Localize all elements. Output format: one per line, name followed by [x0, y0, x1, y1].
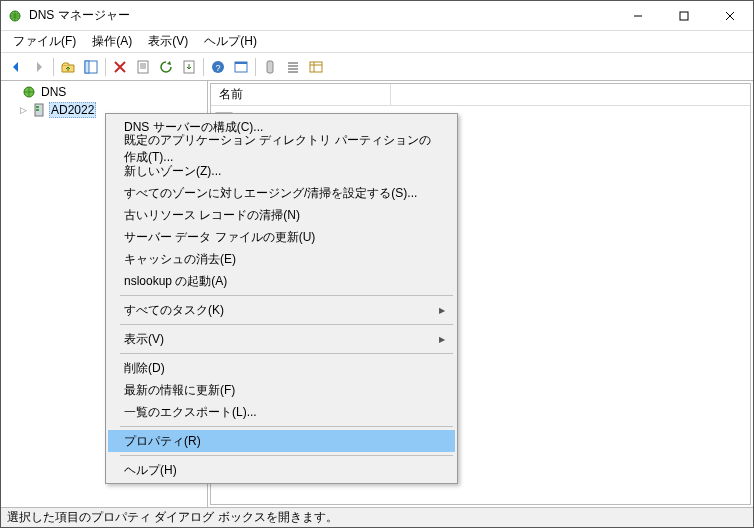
ctx-help[interactable]: ヘルプ(H) [108, 459, 455, 481]
ctx-separator [120, 353, 453, 354]
menubar: ファイル(F) 操作(A) 表示(V) ヘルプ(H) [1, 31, 753, 53]
ctx-export[interactable]: 一覧のエクスポート(L)... [108, 401, 455, 423]
ctx-clear-cache[interactable]: キャッシュの消去(E) [108, 248, 455, 270]
svg-rect-9 [235, 62, 247, 64]
svg-text:?: ? [215, 63, 220, 73]
close-button[interactable] [707, 1, 753, 30]
submenu-arrow-icon: ▶ [439, 335, 445, 344]
minimize-button[interactable] [615, 1, 661, 30]
tree-root-label: DNS [39, 85, 68, 99]
server-icon [31, 102, 47, 118]
statusbar: 選択した項目のプロパティ ダイアログ ボックスを開きます。 [1, 507, 753, 527]
svg-rect-4 [138, 61, 148, 73]
column-header-name[interactable]: 名前 [211, 84, 391, 105]
ctx-separator [120, 295, 453, 296]
back-button[interactable] [5, 56, 27, 78]
ctx-new-zone[interactable]: 新しいゾーン(Z)... [108, 160, 455, 182]
svg-rect-14 [36, 106, 39, 108]
svg-rect-11 [310, 62, 322, 72]
filter-button[interactable] [259, 56, 281, 78]
dns-root-icon [21, 84, 37, 100]
app-window: DNS マネージャー ファイル(F) 操作(A) 表示(V) ヘルプ(H) [0, 0, 754, 528]
status-text: 選択した項目のプロパティ ダイアログ ボックスを開きます。 [7, 509, 338, 526]
app-icon [7, 8, 23, 24]
svg-rect-10 [267, 61, 273, 73]
ctx-all-tasks[interactable]: すべてのタスク(K) ▶ [108, 299, 455, 321]
ctx-all-tasks-label: すべてのタスク(K) [124, 302, 224, 319]
context-menu: DNS サーバーの構成(C)... 既定のアプリケーション ディレクトリ パーテ… [105, 113, 458, 484]
ctx-delete[interactable]: 削除(D) [108, 357, 455, 379]
menu-view[interactable]: 表示(V) [140, 31, 196, 52]
ctx-update-server[interactable]: サーバー データ ファイルの更新(U) [108, 226, 455, 248]
ctx-separator [120, 426, 453, 427]
ctx-properties[interactable]: プロパティ(R) [108, 430, 455, 452]
toolbar: ? [1, 53, 753, 81]
detail-view-button[interactable] [305, 56, 327, 78]
ctx-refresh[interactable]: 最新の情報に更新(F) [108, 379, 455, 401]
toolbar-separator [255, 58, 256, 76]
maximize-button[interactable] [661, 1, 707, 30]
forward-button[interactable] [28, 56, 50, 78]
delete-button[interactable] [109, 56, 131, 78]
tree-server-label: AD2022 [49, 102, 96, 118]
submenu-arrow-icon: ▶ [439, 306, 445, 315]
list-view-button[interactable] [282, 56, 304, 78]
ctx-view[interactable]: 表示(V) ▶ [108, 328, 455, 350]
ctx-separator [120, 324, 453, 325]
menu-help[interactable]: ヘルプ(H) [196, 31, 265, 52]
new-window-button[interactable] [230, 56, 252, 78]
ctx-view-label: 表示(V) [124, 331, 164, 348]
menu-file[interactable]: ファイル(F) [5, 31, 84, 52]
window-controls [615, 1, 753, 30]
up-button[interactable] [57, 56, 79, 78]
ctx-set-aging[interactable]: すべてのゾーンに対しエージング/清掃を設定する(S)... [108, 182, 455, 204]
titlebar: DNS マネージャー [1, 1, 753, 31]
ctx-separator [120, 455, 453, 456]
window-title: DNS マネージャー [29, 7, 615, 24]
properties-button[interactable] [132, 56, 154, 78]
ctx-nslookup[interactable]: nslookup の起動(A) [108, 270, 455, 292]
toolbar-separator [105, 58, 106, 76]
list-header: 名前 [211, 84, 750, 106]
toolbar-separator [203, 58, 204, 76]
show-hide-tree-button[interactable] [80, 56, 102, 78]
menu-action[interactable]: 操作(A) [84, 31, 140, 52]
svg-rect-15 [36, 109, 39, 111]
expand-icon[interactable]: ▷ [17, 104, 29, 116]
refresh-button[interactable] [155, 56, 177, 78]
ctx-create-partition[interactable]: 既定のアプリケーション ディレクトリ パーティションの作成(T)... [108, 138, 455, 160]
svg-rect-3 [85, 61, 89, 73]
toolbar-separator [53, 58, 54, 76]
help-button[interactable]: ? [207, 56, 229, 78]
tree-root[interactable]: DNS [3, 83, 205, 101]
svg-rect-1 [680, 12, 688, 20]
export-list-button[interactable] [178, 56, 200, 78]
ctx-scavenge-stale[interactable]: 古いリソース レコードの清掃(N) [108, 204, 455, 226]
expand-icon[interactable] [7, 86, 19, 98]
